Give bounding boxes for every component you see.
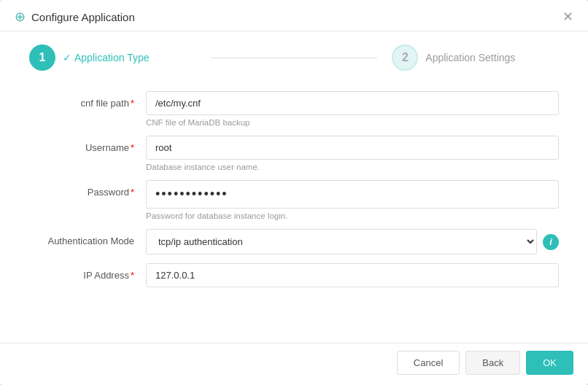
username-row: Username* Database instance user name. — [29, 136, 559, 171]
password-required: * — [131, 187, 134, 198]
step-1: 1 ✓ Application Type — [29, 44, 196, 71]
auth-info-icon[interactable]: i — [543, 234, 559, 250]
step-2-label-text: Application Settings — [425, 52, 515, 63]
ip-label: IP Address* — [29, 263, 146, 281]
username-required: * — [131, 142, 134, 153]
step-divider — [211, 58, 378, 58]
stepper: 1 ✓ Application Type 2 Application Setti… — [0, 31, 588, 84]
password-label: Password* — [29, 180, 146, 198]
back-button[interactable]: Back — [465, 351, 520, 375]
cnf-hint: CNF file of MariaDB backup — [146, 118, 559, 127]
step-1-label: ✓ Application Type — [63, 52, 149, 63]
username-hint: Database instance user name. — [146, 163, 559, 171]
auth-input-wrap: tcp/ip authentication i — [146, 229, 559, 254]
cnf-input[interactable] — [146, 91, 559, 115]
modal-title: ⊕ Configure Application — [15, 10, 135, 23]
configure-application-modal: ⊕ Configure Application ✕ 1 ✓ Applicatio… — [0, 0, 588, 385]
step-1-circle: 1 — [29, 44, 55, 71]
username-label: Username* — [29, 136, 146, 153]
username-input-wrap: Database instance user name. — [146, 136, 559, 171]
auth-select-wrap: tcp/ip authentication i — [146, 229, 559, 254]
password-row: Password* Password for database instance… — [29, 180, 559, 220]
modal-footer: Cancel Back OK — [0, 343, 588, 385]
ip-input-wrap — [146, 263, 559, 287]
close-button[interactable]: ✕ — [562, 10, 573, 23]
configure-icon: ⊕ — [15, 10, 26, 23]
ok-button[interactable]: OK — [526, 351, 573, 375]
modal-body: cnf file path* CNF file of MariaDB backu… — [0, 84, 588, 343]
password-input[interactable] — [146, 180, 559, 209]
step-2: 2 Application Settings — [392, 44, 559, 71]
step-1-check: ✓ — [63, 52, 71, 63]
password-hint: Password for database instance login. — [146, 211, 559, 220]
auth-row: Authentication Mode tcp/ip authenticatio… — [29, 229, 559, 254]
step-2-circle: 2 — [392, 44, 418, 71]
ip-row: IP Address* — [29, 263, 559, 287]
cnf-required: * — [131, 98, 134, 109]
cnf-row: cnf file path* CNF file of MariaDB backu… — [29, 91, 559, 127]
username-input[interactable] — [146, 136, 559, 160]
modal-header: ⊕ Configure Application ✕ — [0, 0, 588, 31]
password-input-wrap: Password for database instance login. — [146, 180, 559, 220]
modal-title-text: Configure Application — [31, 11, 135, 23]
auth-label: Authentication Mode — [29, 229, 146, 246]
cnf-input-wrap: CNF file of MariaDB backup — [146, 91, 559, 127]
auth-select[interactable]: tcp/ip authentication — [146, 229, 537, 254]
cnf-label: cnf file path* — [29, 91, 146, 109]
ip-required: * — [131, 270, 134, 281]
step-1-label-text: Application Type — [74, 52, 149, 63]
cancel-button[interactable]: Cancel — [397, 351, 460, 375]
ip-input[interactable] — [146, 263, 559, 287]
